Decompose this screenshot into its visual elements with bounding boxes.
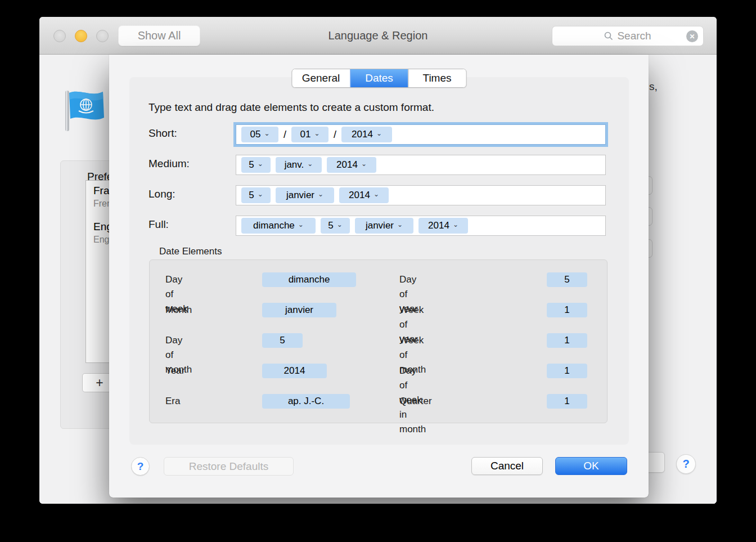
element-label: Era	[165, 394, 180, 409]
short-format-field[interactable]: 05 ⌄ / 01 ⌄ / 2014 ⌄	[236, 124, 606, 145]
token-text: 5	[328, 220, 333, 231]
date-token[interactable]: janvier ⌄	[276, 187, 334, 203]
restore-defaults-button[interactable]: Restore Defaults	[164, 457, 294, 476]
full-format-label: Full:	[148, 218, 169, 231]
chevron-down-icon: ⌄	[374, 190, 379, 198]
token-text: janvier	[286, 190, 314, 201]
short-format-label: Short:	[148, 127, 177, 140]
element-pill[interactable]: janvier	[262, 303, 336, 317]
date-token[interactable]: 05 ⌄	[241, 127, 278, 142]
element-pill[interactable]: 2014	[262, 364, 327, 378]
show-all-button[interactable]: Show All	[118, 25, 200, 46]
instruction-text: Type text and drag date elements to crea…	[148, 101, 434, 114]
separator-text: /	[334, 129, 336, 141]
chevron-down-icon: ⌄	[337, 221, 343, 229]
token-text: janv.	[285, 159, 304, 171]
date-token[interactable]: 2014 ⌄	[339, 187, 389, 203]
chevron-down-icon: ⌄	[314, 129, 320, 137]
date-token[interactable]: 2014 ⌄	[418, 218, 468, 234]
clear-search-icon[interactable]: ✕	[686, 30, 698, 42]
chevron-down-icon: ⌄	[264, 129, 269, 137]
chevron-down-icon: ⌄	[307, 160, 313, 168]
element-pill[interactable]: 1	[547, 333, 587, 348]
element-pill[interactable]: 5	[547, 272, 587, 287]
search-placeholder: Search	[617, 30, 651, 42]
token-text: 5	[249, 190, 254, 201]
token-text: 05	[250, 129, 261, 140]
element-pill[interactable]: ap. J.-C.	[262, 394, 350, 409]
token-text: janvier	[366, 220, 394, 231]
date-token[interactable]: 2014 ⌄	[341, 127, 392, 142]
chevron-down-icon: ⌄	[453, 221, 458, 229]
element-pill[interactable]: 1	[547, 394, 587, 409]
date-elements-title: Date Elements	[159, 246, 222, 257]
token-text: 2014	[349, 190, 370, 201]
element-label: Month	[165, 303, 192, 317]
full-format-field[interactable]: dimanche ⌄ 5 ⌄ janvier ⌄ 2014 ⌄	[236, 216, 606, 236]
search-icon	[604, 32, 613, 41]
token-text: 2014	[352, 129, 373, 140]
tab-general[interactable]: General	[292, 69, 350, 87]
date-token[interactable]: 5 ⌄	[321, 218, 350, 234]
element-label: Quarter	[399, 394, 432, 409]
chevron-down-icon: ⌄	[318, 190, 323, 198]
tab-dates[interactable]: Dates	[350, 69, 408, 87]
date-token[interactable]: janv. ⌄	[276, 157, 322, 173]
chevron-down-icon: ⌄	[258, 190, 263, 198]
date-token[interactable]: janvier ⌄	[355, 218, 413, 234]
long-format-label: Long:	[148, 188, 176, 200]
sheet-help-button[interactable]: ?	[131, 457, 150, 476]
system-preferences-window: Language & Region Show All Search ✕	[39, 17, 717, 504]
format-tabs: General Dates Times	[291, 69, 466, 88]
search-input[interactable]: Search ✕	[552, 26, 704, 46]
element-pill[interactable]: dimanche	[262, 272, 356, 287]
chevron-down-icon: ⌄	[298, 221, 304, 229]
help-button[interactable]: ?	[676, 454, 696, 474]
custom-date-format-sheet: General Dates Times Type text and drag d…	[109, 55, 649, 498]
token-text: 2014	[428, 220, 449, 231]
date-token[interactable]: 01 ⌄	[291, 127, 328, 142]
token-text: dimanche	[253, 220, 295, 231]
chevron-down-icon: ⌄	[361, 160, 367, 168]
titlebar: Language & Region Show All Search ✕	[39, 17, 717, 55]
ok-button[interactable]: OK	[555, 457, 627, 475]
long-format-field[interactable]: 5 ⌄ janvier ⌄ 2014 ⌄	[236, 185, 606, 205]
separator-text: /	[284, 129, 286, 141]
element-pill[interactable]: 1	[547, 364, 587, 378]
date-token[interactable]: dimanche ⌄	[241, 218, 316, 234]
medium-format-field[interactable]: 5 ⌄ janv. ⌄ 2014 ⌄	[236, 155, 606, 175]
date-token[interactable]: 5 ⌄	[241, 187, 271, 203]
chevron-down-icon: ⌄	[258, 160, 263, 168]
token-text: 5	[249, 159, 254, 171]
date-token[interactable]: 2014 ⌄	[327, 157, 376, 173]
token-text: 2014	[336, 159, 358, 171]
token-text: 01	[300, 129, 311, 140]
truncated-text-fragment: s,	[649, 80, 658, 93]
un-flag-icon	[64, 88, 109, 133]
cancel-button[interactable]: Cancel	[471, 457, 543, 475]
element-pill[interactable]: 1	[547, 303, 587, 317]
element-pill[interactable]: 5	[262, 333, 303, 348]
date-token[interactable]: 5 ⌄	[241, 157, 271, 173]
date-elements-panel: Day of week dimanche Month janvier Day o…	[149, 259, 608, 423]
medium-format-label: Medium:	[148, 158, 190, 170]
chevron-down-icon: ⌄	[397, 221, 403, 229]
tab-times[interactable]: Times	[408, 69, 466, 87]
chevron-down-icon: ⌄	[376, 129, 382, 137]
element-label: Year	[165, 364, 184, 378]
